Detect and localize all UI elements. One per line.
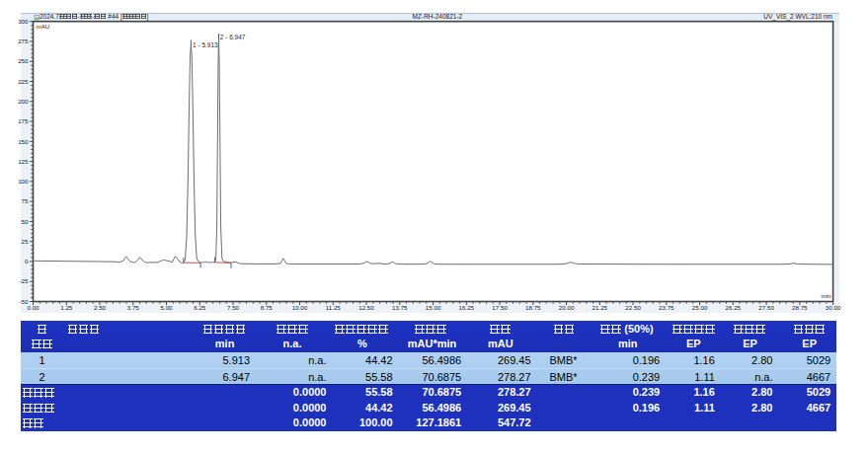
svg-text:10.00: 10.00	[292, 304, 308, 311]
svg-text:125: 125	[18, 158, 29, 165]
svg-text:-25: -25	[20, 277, 30, 284]
svg-text:225: 225	[18, 78, 29, 85]
svg-text:2 - 6.947: 2 - 6.947	[220, 34, 246, 40]
svg-text:21.25: 21.25	[592, 304, 608, 311]
svg-text:8.75: 8.75	[261, 304, 274, 311]
svg-text:27.50: 27.50	[758, 304, 774, 311]
svg-text:30.00: 30.00	[826, 304, 841, 311]
svg-text:16.25: 16.25	[459, 304, 475, 311]
svg-text:200: 200	[18, 98, 29, 105]
svg-text:18.75: 18.75	[525, 304, 541, 311]
svg-text:23.75: 23.75	[659, 304, 674, 311]
svg-text:175: 175	[18, 117, 29, 124]
svg-text:6.25: 6.25	[194, 304, 206, 311]
svg-text:20.00: 20.00	[559, 304, 575, 311]
svg-text:150: 150	[18, 138, 29, 145]
svg-text:100: 100	[18, 178, 29, 185]
svg-text:26.25: 26.25	[726, 304, 742, 311]
svg-text:28.75: 28.75	[792, 304, 808, 311]
svg-text:7.50: 7.50	[227, 304, 240, 311]
svg-text:250: 250	[18, 57, 29, 64]
svg-text:2.50: 2.50	[94, 304, 107, 311]
svg-text:1.25: 1.25	[60, 304, 73, 311]
svg-text:12.50: 12.50	[358, 304, 374, 311]
svg-text:5.00: 5.00	[160, 304, 173, 311]
svg-text:75: 75	[22, 197, 29, 204]
svg-text:25: 25	[22, 238, 29, 245]
svg-text:15.00: 15.00	[426, 304, 441, 311]
svg-text:11.25: 11.25	[326, 304, 342, 311]
svg-text:mAU: mAU	[37, 23, 50, 30]
svg-text:275: 275	[18, 38, 29, 44]
svg-text:50: 50	[22, 218, 29, 225]
svg-text:13.75: 13.75	[392, 304, 408, 311]
svg-text:3.75: 3.75	[127, 304, 140, 311]
svg-text:25.00: 25.00	[692, 304, 708, 311]
svg-text:min: min	[822, 292, 832, 299]
svg-text:17.50: 17.50	[492, 304, 508, 311]
svg-text:1 - 5.913: 1 - 5.913	[193, 41, 218, 48]
svg-text:22.50: 22.50	[625, 304, 641, 311]
svg-text:300: 300	[18, 18, 29, 25]
svg-text:0: 0	[25, 258, 29, 264]
svg-text:0.00: 0.00	[27, 304, 39, 311]
